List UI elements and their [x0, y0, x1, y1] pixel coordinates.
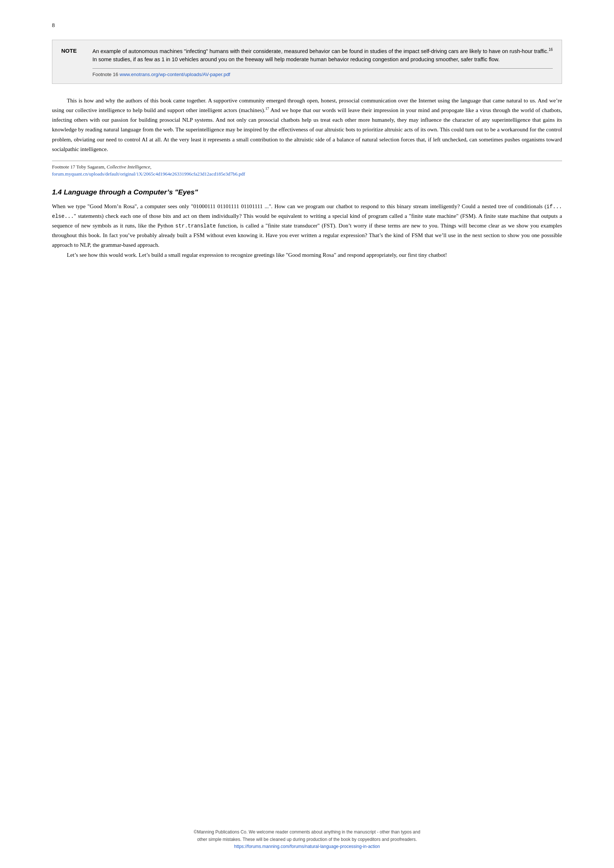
note-label: NOTE	[61, 47, 84, 78]
footnote17-comma: ,	[150, 164, 152, 170]
note-superscript: 16	[549, 48, 553, 51]
section-p1-code3: str.translate	[175, 223, 216, 229]
page-number: 8	[52, 22, 562, 29]
note-box: NOTE An example of autonomous machines "…	[52, 40, 562, 84]
section-p1-text: When we type "Good Morn’n Rosa", a compu…	[52, 203, 546, 209]
footnote17-title: Collective Intelligence	[107, 164, 150, 170]
main-paragraph-1: This is how and why the authors of this …	[52, 96, 562, 154]
footer-line2: other simple mistakes. These will be cle…	[0, 836, 614, 843]
paragraph1-cont: And we hope that our words will leave th…	[52, 107, 562, 152]
paragraph1-sup: 17	[265, 107, 269, 111]
footer: ©Manning Publications Co. We welcome rea…	[0, 829, 614, 850]
note-content: An example of autonomous machines "infec…	[92, 47, 553, 78]
note-footnote: Footnote 16 www.enotrans.org/wp-content/…	[92, 71, 553, 78]
footer-line1: ©Manning Publications Co. We welcome rea…	[0, 829, 614, 836]
note-text: An example of autonomous machines "infec…	[92, 47, 553, 64]
section-heading: 1.4 Language through a Computer’s "Eyes"	[52, 188, 562, 196]
note-footnote-label: Footnote 16	[92, 71, 118, 77]
section-paragraph-2: Let’s see how this would work. Let’s bui…	[52, 250, 562, 260]
footnote-17-section: Footnote 17 Toby Sagaram, Collective Int…	[52, 161, 562, 178]
section-p1-code1: if...	[546, 204, 562, 210]
footnote-17-text: Footnote 17 Toby Sagaram, Collective Int…	[52, 163, 562, 178]
section-paragraph-1: When we type "Good Morn’n Rosa", a compu…	[52, 202, 562, 250]
note-footnote-link[interactable]: www.enotrans.org/wp-content/uploads/AV-p…	[119, 71, 230, 77]
note-body-text2: In some studies, if as few as 1 in 10 ve…	[92, 56, 500, 62]
footnote17-author: Toby Sagaram,	[75, 164, 107, 170]
footnote17-link[interactable]: forum.myquant.cn/uploads/default/origina…	[52, 171, 245, 177]
note-body-text: An example of autonomous machines "infec…	[92, 48, 549, 54]
section-body: When we type "Good Morn’n Rosa", a compu…	[52, 202, 562, 260]
footnote17-label: Footnote 17	[52, 164, 75, 170]
note-footnote-divider	[92, 68, 553, 69]
section-p1-code2: else...	[52, 213, 74, 219]
footer-link[interactable]: https://forums.manning.com/forums/natura…	[234, 844, 380, 849]
